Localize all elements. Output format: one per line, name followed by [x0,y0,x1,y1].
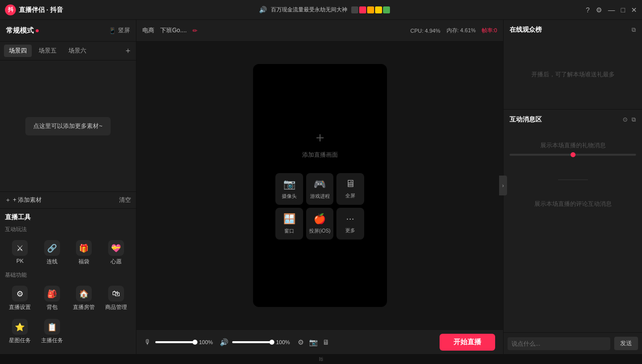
interaction-icons: ⊙ ⧉ [623,116,636,123]
mixer-icon[interactable]: ⚙ [298,338,304,346]
mic-volume-thumb [193,340,197,345]
send-button[interactable]: 发送 [614,337,638,350]
bottom-controls: 🎙 100% 🔊 100% ⚙ 📷 🖥 开始直播 [136,329,503,354]
start-live-button[interactable]: 开始直播 [440,334,495,351]
bottom-bar: Iti [0,354,642,364]
camera-bottom-icon[interactable]: 📷 [309,338,318,346]
game-icon: 🎮 [314,178,326,190]
speaker-volume-fill [232,341,272,343]
speaker-volume-label: 100% [276,339,290,345]
scene-add-button[interactable]: ＋ [124,46,132,56]
audience-title: 在线观众榜 [510,25,542,34]
speaker-volume-thumb [269,340,274,345]
interaction-settings-icon[interactable]: ⊙ [623,116,628,123]
titlebar-center: 🔊 百万现金流量最受永劫无间大神 [63,6,586,13]
scene-item-camera[interactable]: 📷 摄像头 [275,173,303,205]
star-task-label: 星图任务 [9,337,31,344]
anchor-task-icon: 📋 [44,319,60,335]
scene-tab-4[interactable]: 场景四 [4,45,32,57]
backpack-tool[interactable]: 🎒 背包 [37,283,67,314]
scene-item-fullscreen[interactable]: 🖥 全屏 [336,173,364,205]
scene-tabs: 场景四 场景五 场景六 ＋ [0,42,136,61]
audience-section-header: 在线观众榜 ⧉ [504,20,642,40]
add-material-button[interactable]: ＋ + 添加素材 [5,196,42,204]
anchor-task-label: 主播任务 [41,337,63,344]
add-scene-button[interactable]: ＋ 添加直播画面 [302,128,338,159]
scene-item-window[interactable]: 🪟 窗口 [275,208,303,240]
more-icon: ··· [346,213,355,224]
anchor-task-tool[interactable]: 📋 主播任务 [37,316,67,347]
ecommerce-button[interactable]: 电商 [142,26,154,35]
close-button[interactable]: ✕ [631,6,637,14]
maximize-button[interactable]: □ [621,6,625,14]
room-manager-label: 直播房管 [73,303,95,311]
settings-button[interactable]: ⚙ [596,6,602,14]
vertical-label: 竖屏 [118,26,130,35]
mode-dot [36,29,39,32]
interaction-expand-icon[interactable]: ⧉ [632,116,636,123]
color-block-4 [375,6,382,13]
materials-area: 点这里可以添加更多素材~ [0,61,136,191]
game-label: 游戏进程 [310,193,330,200]
add-scene-label: 添加直播画面 [302,151,338,159]
main-content: 常规模式 📱 竖屏 场景四 场景五 场景六 ＋ 点这里可以添加更多素材~ ＋ +… [0,20,642,354]
product-mgmt-icon: 🛍 [108,286,124,302]
room-manager-icon: 🏠 [76,286,92,302]
audience-expand-icon[interactable]: ⧉ [632,26,636,33]
clear-button[interactable]: 清空 [119,196,131,204]
center-panel: 电商 下班Go.... ✏ CPU: 4.94% 内存: 4.61% 帧率:0 … [136,20,503,354]
connect-tool[interactable]: 🔗 连线 [37,237,67,268]
gift-message-text: 展示本场直播的礼物消息 [540,141,606,150]
mode-title: 常规模式 [6,26,39,35]
live-tools-title: 直播工具 [5,213,131,222]
phone-preview: ＋ 添加直播画面 📷 摄像头 🎮 游戏进程 🖥 全屏 [253,64,387,307]
mic-volume-slider[interactable] [155,341,195,343]
fps-stat: 帧率:0 [482,27,497,34]
speaker-volume-slider[interactable] [232,341,272,343]
app-logo: 抖 直播伴侣 · 抖音 [5,4,63,15]
titlebar-status: 百万现金流量最受永劫无间大神 [271,6,347,13]
titlebar: 抖 直播伴侣 · 抖音 🔊 百万现金流量最受永劫无间大神 ? ⚙ — □ ✕ [0,0,642,20]
vertical-mode-button[interactable]: 📱 竖屏 [109,26,130,35]
live-tools: 直播工具 互动玩法 ⚔ PK 🔗 连线 🎁 福袋 💝 心愿 [0,208,136,354]
product-mgmt-tool[interactable]: 🛍 商品管理 [101,283,131,314]
scene-item-ios[interactable]: 🍎 投屏(iOS) [306,208,333,240]
mode-label: 常规模式 [6,26,34,35]
gift-slider[interactable] [510,154,636,156]
app-title: 直播伴侣 · 抖音 [19,5,63,14]
interactive-tools-grid: ⚔ PK 🔗 连线 🎁 福袋 💝 心愿 [5,237,131,268]
live-settings-tool[interactable]: ⚙ 直播设置 [5,283,35,314]
scene-items-grid: 📷 摄像头 🎮 游戏进程 🖥 全屏 🪟 窗口 [271,169,368,243]
audience-content: 开播后，可了解本场谁送礼最多 [504,40,642,109]
minimize-button[interactable]: — [608,6,615,14]
connect-icon: 🔗 [44,240,60,256]
room-manager-tool[interactable]: 🏠 直播房管 [69,283,99,314]
scene-item-game[interactable]: 🎮 游戏进程 [306,173,333,205]
add-material-hint[interactable]: 点这里可以添加更多素材~ [25,117,110,135]
ios-label: 投屏(iOS) [309,228,330,235]
collapse-handle[interactable]: › [499,176,507,195]
mic-volume-fill [155,341,195,343]
color-block-3 [367,6,374,13]
titlebar-controls: ? ⚙ — □ ✕ [586,6,637,14]
star-task-tool[interactable]: ⭐ 星图任务 [5,316,35,347]
session-name: 下班Go.... [160,26,187,35]
left-panel: 常规模式 📱 竖屏 场景四 场景五 场景六 ＋ 点这里可以添加更多素材~ ＋ +… [0,20,136,354]
lucky-bag-tool[interactable]: 🎁 福袋 [69,237,99,268]
speaker-icon: 🔊 [259,6,267,13]
product-mgmt-label: 商品管理 [105,303,127,311]
scene-tab-5[interactable]: 场景五 [34,45,62,57]
scene-item-more[interactable]: ··· 更多 [336,208,364,240]
speaker-vol-icon: 🔊 [220,338,228,346]
connect-label: 连线 [47,258,58,265]
help-button[interactable]: ? [586,6,590,14]
bottom-settings-icons: ⚙ 📷 🖥 [298,338,329,346]
wish-tool[interactable]: 💝 心愿 [101,237,131,268]
edit-icon[interactable]: ✏ [193,27,197,34]
more-label: 更多 [345,227,355,234]
screen-icon[interactable]: 🖥 [322,338,329,346]
fullscreen-icon: 🖥 [345,178,355,189]
scene-tab-6[interactable]: 场景六 [64,45,91,57]
pk-tool[interactable]: ⚔ PK [5,237,35,268]
chat-input[interactable] [508,337,610,350]
